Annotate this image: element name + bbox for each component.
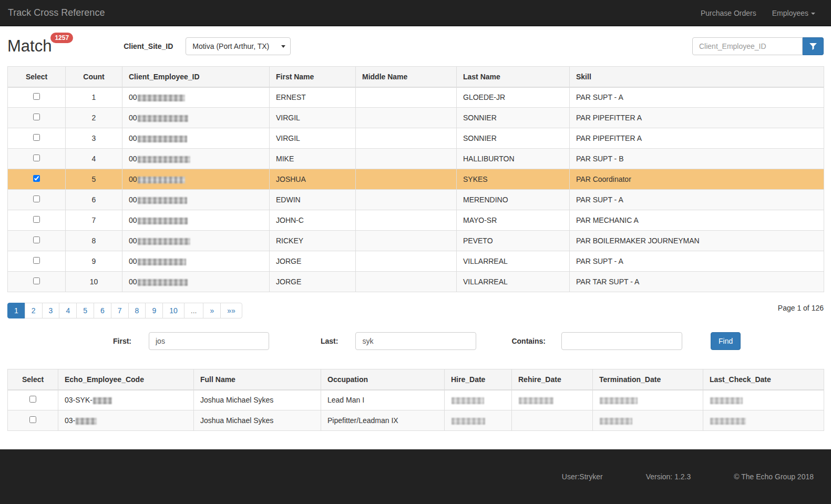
row-select-checkbox[interactable] (33, 175, 40, 182)
redacted-date (452, 397, 484, 404)
cell-skill: PAR PIPEFITTER A (570, 128, 824, 149)
page-item-6[interactable]: 6 (94, 303, 111, 318)
cell-last-name: HALLIBURTON (457, 149, 570, 169)
page-item-1[interactable]: 1 (7, 303, 25, 318)
cell-middle-name (356, 169, 457, 190)
cell-count: 6 (66, 190, 122, 210)
redacted-id (138, 259, 186, 265)
row-select-checkbox[interactable] (33, 236, 40, 243)
cell-count: 4 (66, 149, 122, 169)
cell-skill: PAR MECHANIC A (570, 210, 824, 231)
cell-skill: PAR TAR SUPT - A (570, 272, 824, 292)
cell-middle-name (356, 251, 457, 272)
table-row: 03-SYK- Joshua Michael Sykes Lead Man I (8, 390, 824, 410)
redacted-code (93, 397, 112, 404)
col-count: Count (66, 67, 122, 87)
table-row: 4 00 MIKE HALLIBURTON PAR SUPT - B (8, 149, 824, 169)
row-select-checkbox[interactable] (33, 134, 40, 141)
cell-last-name: SYKES (457, 169, 570, 190)
client-site-select[interactable]: Motiva (Port Arthur, TX) (186, 37, 291, 55)
row-select-checkbox[interactable] (33, 114, 40, 120)
nav-purchase-orders[interactable]: Purchase Orders (693, 1, 764, 25)
cell-hire-date (445, 390, 512, 410)
cell-middle-name (356, 128, 457, 149)
employee-table: Select Echo_Employee_Code Full Name Occu… (7, 369, 824, 431)
row-select-checkbox[interactable] (33, 216, 40, 223)
page-item-9[interactable]: 9 (146, 303, 163, 318)
client-site-select-wrap: Motiva (Port Arthur, TX) (186, 37, 291, 55)
page-item-5[interactable]: 5 (77, 303, 94, 318)
redacted-date (452, 418, 485, 425)
table-row: 6 00 EDWIN MERENDINO PAR SUPT - A (8, 190, 824, 210)
cell-hire-date (445, 410, 512, 431)
search-filter-form: First: Last: Contains: Find (7, 332, 824, 350)
cell-occupation: Pipefitter/Leadman IX (321, 410, 445, 431)
cell-client-employee-id: 00 (122, 272, 270, 292)
row-select-checkbox[interactable] (33, 277, 40, 284)
cell-client-employee-id: 00 (122, 149, 270, 169)
cell-count: 10 (66, 272, 122, 292)
row-select-checkbox[interactable] (33, 155, 40, 161)
redacted-date (600, 418, 632, 425)
cell-skill: PAR SUPT - A (570, 190, 824, 210)
cell-count: 7 (66, 210, 122, 231)
chevron-down-icon (811, 13, 815, 15)
filter-button[interactable] (803, 37, 824, 55)
nav-employees-label: Employees (772, 9, 808, 17)
cell-termination-date (593, 410, 703, 431)
row-select-checkbox[interactable] (33, 257, 40, 264)
page-item-2[interactable]: 2 (25, 303, 43, 318)
cell-first-name: ERNEST (270, 87, 356, 108)
employee-table-wrap: Select Echo_Employee_Code Full Name Occu… (7, 369, 824, 431)
row-select-checkbox[interactable] (33, 93, 40, 100)
client-employee-id-input[interactable] (692, 37, 803, 55)
redacted-id (138, 279, 188, 286)
row-select-checkbox[interactable] (29, 416, 36, 423)
cell-count: 3 (66, 128, 122, 149)
cell-last-name: GLOEDE-JR (457, 87, 570, 108)
cell-client-employee-id: 00 (122, 108, 270, 128)
first-name-input[interactable] (149, 332, 269, 350)
row-select-checkbox[interactable] (33, 196, 40, 202)
cell-count: 5 (66, 169, 122, 190)
nav-employees-dropdown[interactable]: Employees (764, 1, 823, 25)
table-row: 2 00 VIRGIL SONNIER PAR PIPEFITTER A (8, 108, 824, 128)
table-row: 8 00 RICKEY PEVETO PAR BOILERMAKER JOURN… (8, 231, 824, 251)
cell-first-name: JORGE (270, 272, 356, 292)
employee-table-header-row: Select Echo_Employee_Code Full Name Occu… (8, 369, 824, 390)
pagination: 1 2 3 4 5 6 7 8 9 10 ... » »» (7, 303, 242, 318)
cell-client-employee-id: 00 (122, 128, 270, 149)
row-select-checkbox[interactable] (29, 396, 36, 403)
col-last-check-date: Last_Check_Date (703, 369, 824, 390)
page-item-next[interactable]: » (203, 303, 221, 318)
last-name-input[interactable] (355, 332, 476, 350)
cell-client-employee-id: 00 (122, 169, 270, 190)
page-item-ellipsis[interactable]: ... (184, 303, 204, 318)
cell-middle-name (356, 87, 457, 108)
redacted-date (710, 418, 746, 425)
page-item-7[interactable]: 7 (111, 303, 129, 318)
cell-last-name: SONNIER (457, 108, 570, 128)
contains-label: Contains: (511, 337, 546, 345)
page-item-8[interactable]: 8 (129, 303, 146, 318)
cell-skill: PAR Coordinator (570, 169, 824, 190)
cell-last-name: VILLARREAL (457, 251, 570, 272)
cell-last-name: MERENDINO (457, 190, 570, 210)
table-row-selected: 5 00 JOSHUA SYKES PAR Coordinator (8, 169, 824, 190)
funnel-icon (809, 43, 817, 50)
cell-first-name: VIRGIL (270, 128, 356, 149)
cell-echo-employee-code: 03-SYK- (58, 390, 194, 410)
page-header: Match 1257 Client_Site_ID Motiva (Port A… (7, 33, 824, 60)
find-button[interactable]: Find (711, 332, 741, 350)
cell-last-name: MAYO-SR (457, 210, 570, 231)
page-item-last[interactable]: »» (221, 303, 242, 318)
cell-last-name: PEVETO (457, 231, 570, 251)
page-item-4[interactable]: 4 (59, 303, 77, 318)
contains-input[interactable] (561, 332, 682, 350)
page-item-3[interactable]: 3 (43, 303, 60, 318)
page-item-10[interactable]: 10 (163, 303, 184, 318)
table-row: 3 00 VIRGIL SONNIER PAR PIPEFITTER A (8, 128, 824, 149)
cell-client-employee-id: 00 (122, 87, 270, 108)
table-row: 10 00 JORGE VILLARREAL PAR TAR SUPT - A (8, 272, 824, 292)
redacted-code (76, 418, 97, 425)
